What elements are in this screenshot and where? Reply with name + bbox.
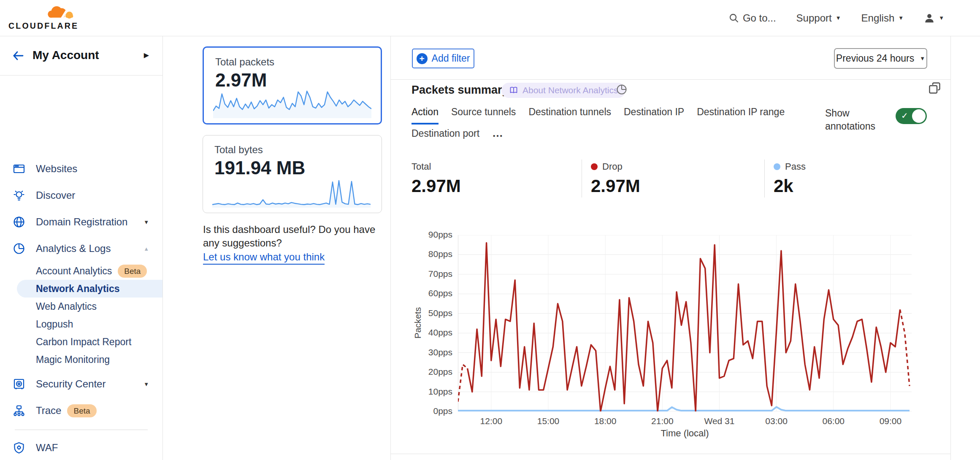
panel-title: Packets summary — [411, 84, 509, 97]
feedback-link[interactable]: Let us know what you think — [203, 251, 325, 265]
y-tick-label: 60pps — [402, 288, 452, 298]
x-tick-label: 18:00 — [582, 416, 628, 426]
total-packets-card[interactable]: Total packets 2.97M — [203, 46, 382, 124]
card-value: 191.94 MB — [214, 157, 305, 179]
y-tick-label: 70pps — [402, 269, 452, 279]
panel-top-border — [391, 79, 950, 80]
x-tick-label: 21:00 — [639, 416, 685, 426]
sidebar-item-trace[interactable]: Trace Beta — [0, 398, 162, 424]
sidebar-item-discover[interactable]: Discover — [0, 182, 162, 208]
packets-time-series-chart[interactable] — [458, 235, 912, 411]
sidebar: My Account ▶ Websites Discover Domain Re… — [0, 36, 163, 460]
support-menu[interactable]: Support ▼ — [796, 12, 841, 24]
tab-destination-tunnels[interactable]: Destination tunnels — [528, 106, 611, 124]
sidebar-item-logpush[interactable]: Logpush — [0, 315, 162, 333]
x-tick-label: 09:00 — [867, 416, 914, 426]
account-header: My Account ▶ — [0, 36, 162, 76]
language-label: English — [861, 12, 895, 24]
dimension-tabs-row2: Destination port … — [411, 128, 504, 144]
plus-icon: + — [417, 53, 428, 64]
pass-series-line — [458, 407, 910, 411]
sidebar-divider — [15, 430, 148, 430]
sidebar-item-account-analytics[interactable]: Account Analytics Beta — [0, 262, 162, 280]
go-to-search[interactable]: Go to... — [729, 12, 776, 24]
chevron-down-icon: ▼ — [920, 56, 925, 61]
back-arrow-icon[interactable] — [11, 49, 25, 63]
tab-destination-port[interactable]: Destination port — [411, 128, 479, 144]
feedback-question: Is this dashboard useful? Do you have an… — [203, 223, 391, 250]
chevron-down-icon: ▼ — [143, 382, 149, 387]
stat-drop: Drop 2.97M — [591, 161, 640, 196]
sidebar-item-magic-monitoring[interactable]: Magic Monitoring — [0, 351, 162, 368]
top-header-menus: Go to... Support ▼ English ▼ ▼ — [729, 0, 944, 36]
x-tick-label: 06:00 — [810, 416, 857, 426]
cloudflare-logo-text: CLOUDFLARE — [8, 21, 79, 31]
tab-source-tunnels[interactable]: Source tunnels — [451, 106, 516, 124]
cloudflare-dashboard: CLOUDFLARE Go to... Support ▼ English ▼ … — [0, 0, 980, 460]
stat-divider — [582, 160, 582, 198]
drop-series-dashed-head — [458, 365, 468, 402]
y-tick-label: 20pps — [402, 367, 452, 377]
account-title: My Account — [32, 49, 99, 62]
sidebar-item-web-analytics[interactable]: Web Analytics — [0, 298, 162, 315]
main-left-divider — [390, 36, 391, 460]
user-icon — [924, 13, 935, 24]
time-range-dropdown[interactable]: Previous 24 hours ▼ — [834, 48, 927, 69]
sidebar-item-analytics-logs[interactable]: Analytics & Logs ▲ — [0, 235, 162, 262]
show-annotations-toggle[interactable]: ✓ — [896, 108, 927, 124]
sidebar-item-domain-registration[interactable]: Domain Registration ▼ — [0, 209, 162, 235]
y-tick-label: 10pps — [402, 387, 452, 397]
add-filter-button[interactable]: + Add filter — [412, 49, 474, 68]
card-title: Total packets — [215, 56, 274, 68]
stat-pass: Pass 2k — [774, 161, 806, 196]
cloudflare-cloud-icon — [42, 3, 78, 21]
bytes-sparkline — [212, 177, 371, 208]
sidebar-item-security-center[interactable]: Security Center ▼ — [0, 371, 162, 397]
y-tick-label: 0pps — [402, 406, 452, 416]
y-tick-label: 40pps — [402, 327, 452, 338]
total-bytes-card[interactable]: Total bytes 191.94 MB — [203, 135, 382, 213]
language-menu[interactable]: English ▼ — [861, 12, 904, 24]
x-tick-label: 12:00 — [468, 416, 514, 426]
chevron-down-icon: ▼ — [898, 15, 904, 21]
chevron-down-icon: ▼ — [939, 15, 944, 21]
y-tick-label: 50pps — [402, 308, 452, 318]
tab-action[interactable]: Action — [411, 106, 439, 124]
expand-panel-icon[interactable] — [928, 81, 942, 95]
sidebar-item-websites[interactable]: Websites — [0, 156, 162, 182]
globe-icon — [13, 216, 25, 228]
x-tick-label: 15:00 — [525, 416, 571, 426]
sidebar-item-carbon-impact-report[interactable]: Carbon Impact Report — [0, 333, 162, 351]
user-menu[interactable]: ▼ — [924, 13, 944, 24]
more-tabs-button[interactable]: … — [492, 127, 504, 140]
stat-total: Total 2.97M — [411, 161, 461, 196]
tab-destination-ip[interactable]: Destination IP — [624, 106, 684, 124]
shield-gear-icon — [13, 441, 25, 454]
chevron-up-icon: ▲ — [143, 246, 149, 252]
book-icon — [509, 86, 518, 95]
support-label: Support — [796, 12, 832, 24]
x-axis-title: Time (local) — [458, 428, 912, 439]
main-right-divider — [950, 36, 951, 460]
tab-destination-ip-range[interactable]: Destination IP range — [697, 106, 785, 124]
sparkline-area — [213, 91, 371, 118]
beta-badge: Beta — [118, 265, 147, 278]
chevron-down-icon: ▼ — [836, 15, 841, 21]
cloudflare-logo[interactable]: CLOUDFLARE — [8, 2, 80, 34]
packets-sparkline — [213, 88, 371, 118]
y-axis-title: Packets — [413, 293, 423, 352]
top-header: CLOUDFLARE Go to... Support ▼ English ▼ … — [0, 0, 980, 36]
chevron-down-icon: ▼ — [143, 219, 149, 225]
card-title: Total bytes — [214, 144, 263, 156]
sparkline-line — [212, 181, 371, 205]
search-icon — [729, 13, 739, 23]
sidebar-item-network-analytics[interactable]: Network Analytics — [0, 280, 162, 298]
browser-window-icon — [13, 162, 25, 175]
sidebar-item-waf[interactable]: WAF — [0, 435, 162, 460]
drop-series-line — [468, 243, 900, 411]
check-icon: ✓ — [901, 111, 908, 121]
chevron-right-icon[interactable]: ▶ — [144, 51, 149, 59]
about-network-analytics-badge[interactable]: About Network Analytics — [501, 83, 625, 98]
pie-chart-icon[interactable] — [615, 83, 628, 96]
stat-divider — [764, 160, 765, 198]
